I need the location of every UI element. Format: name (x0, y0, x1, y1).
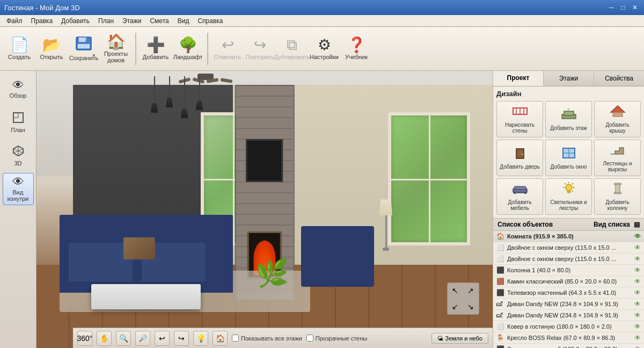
panel-tabs: Проект Этажи Свойства (493, 71, 644, 86)
add-column-label: Добавить колонну (597, 199, 638, 211)
obj-eye-0[interactable]: 👁 (634, 233, 641, 240)
toolbar-btn-undo[interactable]: ↩ Отменить (213, 30, 243, 68)
add-door-btn[interactable]: Добавить дверь (496, 140, 543, 176)
zoom-in-btn[interactable]: 🔎 (135, 331, 150, 346)
nav-btn-tl[interactable]: ↖ (448, 283, 463, 299)
rotate-btn[interactable]: ↩ (155, 331, 170, 346)
svg-rect-5 (13, 113, 18, 118)
toolbar-btn-add[interactable]: ➕ Добавить (141, 30, 171, 68)
nav-btn-bl[interactable]: ↙ (448, 299, 463, 315)
add-furniture-btn[interactable]: Добавить мебель (496, 178, 543, 215)
toolbar-btn-projects[interactable]: 🏠 Проекты домов (101, 30, 131, 68)
toolbar-btn-open[interactable]: 📂 Открыть (36, 30, 67, 68)
obj-eye-1[interactable]: 👁 (634, 244, 641, 251)
menu-item-смета[interactable]: Смета (145, 16, 173, 26)
nav-btn-br[interactable]: ↘ (463, 299, 479, 315)
menu-item-справка[interactable]: Справка (193, 16, 227, 26)
menu-item-план[interactable]: План (94, 16, 118, 26)
list-item[interactable]: ⬜ Двойное с окном сверху (115.0 x 15.0 .… (493, 242, 644, 253)
title-bar: Гостиная - Мой Дом 3D ─ □ ✕ (0, 0, 644, 15)
list-item[interactable]: 🛋 Диван Dandy NEW (234.8 × 104.9 × 91.9)… (493, 299, 644, 310)
tab-floors[interactable]: Этажи (544, 71, 594, 86)
light-btn[interactable]: 💡 (193, 331, 208, 346)
svg-rect-3 (77, 44, 90, 49)
sky-ground-btn[interactable]: 🌤 Земля и небо (431, 333, 488, 344)
sidebar-item-inside[interactable]: 👁 Вид изнутри (3, 173, 34, 205)
nav-btn-tr[interactable]: ↗ (463, 283, 479, 299)
obj-eye-5[interactable]: 👁 (634, 289, 641, 296)
menu-bar: ФайлПравкаДобавитьПланЭтажиСметаВидСправ… (0, 15, 644, 27)
menu-item-правка[interactable]: Правка (27, 16, 57, 26)
lamp-pole (385, 215, 387, 248)
toolbar-btn-help[interactable]: ❓ Учебник (341, 30, 371, 68)
panorama-btn[interactable]: 360° (77, 331, 92, 346)
toolbar-btn-create[interactable]: 📄 Создать (4, 30, 34, 68)
pendant-1 (151, 76, 158, 118)
home-btn[interactable]: 🏠 (213, 331, 228, 346)
toolbar-btn-save[interactable]: Сохранить▼ (69, 30, 99, 68)
menu-item-вид[interactable]: Вид (173, 16, 194, 26)
tab-properties[interactable]: Свойства (594, 71, 644, 86)
list-item[interactable]: ⬜ Двойное с окном сверху (115.0 x 15.0 .… (493, 253, 644, 265)
menu-item-файл[interactable]: Файл (2, 16, 27, 26)
list-item[interactable]: 🪑 Кресло BOSS Relax (67.0 × 80.9 × 86.3)… (493, 332, 644, 344)
menu-item-этажи[interactable]: Этажи (118, 16, 145, 26)
tab-project[interactable]: Проект (493, 71, 544, 86)
list-item[interactable]: ⬛ Телевизор настенный (64.3 x 5.5 x 41.0… (493, 287, 644, 299)
svg-point-21 (521, 153, 523, 155)
create-label: Создать (8, 54, 31, 60)
toolbar-btn-landscape[interactable]: 🌳 Ландшафт (173, 30, 203, 68)
pan-btn[interactable]: ✋ (97, 331, 112, 346)
list-item[interactable]: ⬛ Колонна 1 (40.0 × 80.0) 👁 (493, 265, 644, 276)
sidebar-item-plan[interactable]: План (3, 106, 34, 139)
toolbar-btn-duplicate[interactable]: ⧉ Дублировать (277, 30, 307, 68)
minimize-button[interactable]: ─ (606, 3, 616, 12)
show-all-floors-checkbox[interactable] (232, 335, 239, 342)
add-roof-label: Добавить крышу (597, 122, 638, 134)
list-icon[interactable]: ▤ (634, 221, 640, 228)
open-icon: 📂 (42, 38, 61, 53)
menu-item-добавить[interactable]: Добавить (57, 16, 94, 26)
obj-eye-6[interactable]: 👁 (634, 300, 641, 308)
transparent-walls-label[interactable]: Прозрачные стены (306, 335, 367, 342)
transparent-walls-checkbox[interactable] (306, 335, 313, 342)
close-button[interactable]: ✕ (630, 3, 640, 12)
obj-eye-3[interactable]: 👁 (634, 266, 641, 274)
obj-eye-4[interactable]: 👁 (634, 278, 641, 285)
left-sidebar: 👁 Обзор План 3D 👁 Вид изнутри (0, 71, 36, 348)
stairs-btn[interactable]: Лестницы и вырезы (594, 140, 641, 176)
obj-eye-8[interactable]: 👁 (634, 323, 641, 330)
obj-eye-2[interactable]: 👁 (634, 255, 641, 263)
list-item[interactable]: ⬛ Столик консольный (109.8 × 39.5 × 80.2… (493, 344, 644, 348)
show-all-floors-label[interactable]: Показывать все этажи (232, 335, 302, 342)
sidebar-item-3d[interactable]: 3D (3, 140, 34, 172)
add-roof-btn[interactable]: Добавить крышу (594, 101, 641, 137)
add-floor-icon: + (561, 108, 577, 123)
save-icon (75, 36, 92, 54)
list-item[interactable]: 🏠 Комната (915.9 × 385.0) 👁 (493, 231, 644, 242)
projects-label: Проекты домов (101, 50, 130, 63)
rotate2-btn[interactable]: ↪ (174, 331, 189, 346)
maximize-button[interactable]: □ (618, 3, 628, 12)
add-window-btn[interactable]: Добавить окно (545, 140, 592, 176)
zoom-out-btn[interactable]: 🔍 (116, 331, 131, 346)
lights-btn[interactable]: Светильники и люстры (545, 178, 592, 215)
add-floor-btn[interactable]: + Добавить этаж (545, 101, 592, 137)
list-item[interactable]: 🟫 Камин классический (85.0 × 20.0 × 60.0… (493, 276, 644, 287)
list-item[interactable]: ⬜ Ковер в гостиную (180.0 × 180.0 × 2.0)… (493, 321, 644, 332)
obj-icon-1: ⬜ (496, 244, 505, 251)
list-item[interactable]: 🛋 Диван Dandy NEW (234.8 × 104.9 × 91.9)… (493, 310, 644, 321)
window-right (388, 112, 470, 245)
objects-list[interactable]: 🏠 Комната (915.9 × 385.0) 👁⬜ Двойное с о… (493, 231, 644, 348)
room-scene: 🌿 ↖ ↗ ↙ ↘ 360° ✋ 🔍 🔎 ↩ (36, 71, 493, 348)
open-label: Открыть (40, 54, 63, 60)
viewport[interactable]: 🌿 ↖ ↗ ↙ ↘ 360° ✋ 🔍 🔎 ↩ (36, 71, 493, 348)
sidebar-item-overview[interactable]: 👁 Обзор (3, 73, 34, 105)
obj-eye-10[interactable]: 👁 (634, 345, 641, 348)
obj-eye-7[interactable]: 👁 (634, 311, 641, 319)
toolbar-btn-redo[interactable]: ↪ Повторить (245, 30, 275, 68)
toolbar-btn-settings[interactable]: ⚙ Настройки (309, 30, 339, 68)
add-column-btn[interactable]: Добавить колонну (594, 178, 641, 215)
draw-walls-btn[interactable]: Нарисовать стены (496, 101, 543, 137)
obj-eye-9[interactable]: 👁 (634, 334, 641, 342)
